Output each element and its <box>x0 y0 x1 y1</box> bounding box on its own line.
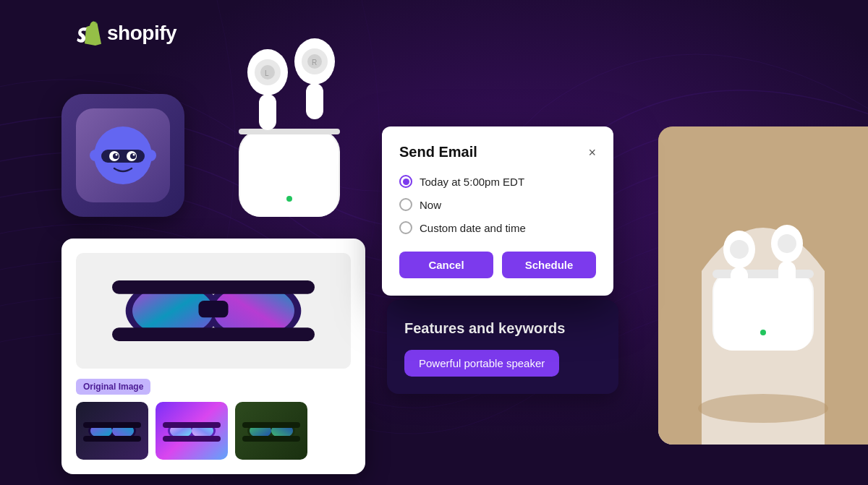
thumbnail-2[interactable] <box>156 402 228 460</box>
option-custom-label: Custom date and time <box>420 222 526 234</box>
shopify-logo: shopify <box>72 17 176 49</box>
svg-rect-36 <box>83 422 141 428</box>
dialog-option-today[interactable]: Today at 5:00pm EDT <box>399 175 596 188</box>
svg-point-61 <box>778 234 796 253</box>
svg-rect-15 <box>259 94 276 130</box>
svg-text:R: R <box>312 59 317 66</box>
radio-custom[interactable] <box>399 221 412 234</box>
svg-rect-48 <box>242 422 300 428</box>
vr-goggles-main <box>112 260 315 361</box>
svg-rect-42 <box>163 422 221 428</box>
shopify-text: shopify <box>107 22 176 45</box>
svg-rect-1 <box>101 150 145 163</box>
option-today-label: Today at 5:00pm EDT <box>420 176 524 188</box>
dialog-header: Send Email × <box>399 144 596 160</box>
svg-rect-53 <box>714 272 812 351</box>
svg-rect-30 <box>112 327 315 341</box>
thumbnail-3[interactable] <box>235 402 307 460</box>
svg-rect-31 <box>198 301 228 317</box>
radio-today[interactable] <box>399 175 412 188</box>
send-email-dialog: Send Email × Today at 5:00pm EDT Now Cus… <box>382 126 613 296</box>
shopify-icon <box>72 17 101 49</box>
thumbnail-1[interactable] <box>76 402 148 460</box>
dialog-options: Today at 5:00pm EDT Now Custom date and … <box>399 175 596 234</box>
svg-rect-29 <box>112 280 315 294</box>
svg-point-7 <box>133 154 135 156</box>
dialog-option-custom[interactable]: Custom date and time <box>399 221 596 234</box>
svg-rect-11 <box>240 132 339 217</box>
svg-point-8 <box>90 150 101 161</box>
cancel-button[interactable]: Cancel <box>399 252 493 278</box>
airpods-right-content <box>658 126 868 445</box>
app-icon-inner <box>76 108 170 202</box>
image-editor-panel: Original Image <box>61 239 365 474</box>
schedule-button[interactable]: Schedule <box>502 252 596 278</box>
radio-today-inner <box>403 179 409 185</box>
svg-point-13 <box>286 196 292 202</box>
svg-rect-43 <box>163 436 221 442</box>
svg-text:L: L <box>265 69 269 77</box>
app-icon-card <box>61 94 184 217</box>
airpods-top: L R <box>224 22 354 231</box>
keyword-pill: Powerful portable speaker <box>404 350 559 377</box>
dialog-buttons: Cancel Schedule <box>399 252 596 278</box>
svg-rect-54 <box>712 270 814 278</box>
dialog-option-now[interactable]: Now <box>399 198 596 211</box>
dialog-title: Send Email <box>399 144 477 160</box>
main-image-area <box>76 253 351 369</box>
svg-point-58 <box>730 240 749 259</box>
svg-rect-37 <box>83 436 141 442</box>
option-now-label: Now <box>420 199 441 211</box>
main-content: shopify <box>0 0 868 485</box>
svg-point-55 <box>760 330 766 335</box>
ninja-icon <box>87 119 159 192</box>
svg-rect-60 <box>778 261 796 288</box>
svg-rect-49 <box>242 436 300 442</box>
dialog-close-button[interactable]: × <box>588 146 596 159</box>
features-card-title: Features and keywords <box>404 320 601 337</box>
svg-point-51 <box>698 394 828 423</box>
svg-rect-20 <box>306 83 323 119</box>
radio-now[interactable] <box>399 198 412 211</box>
svg-rect-12 <box>239 129 340 134</box>
features-keywords-card: Features and keywords Powerful portable … <box>387 300 618 394</box>
airpods-right-panel <box>658 126 868 445</box>
svg-rect-57 <box>731 267 748 294</box>
svg-point-6 <box>116 154 118 156</box>
svg-point-9 <box>145 150 156 161</box>
thumbnail-row <box>76 402 351 460</box>
original-image-label: Original Image <box>76 379 150 395</box>
